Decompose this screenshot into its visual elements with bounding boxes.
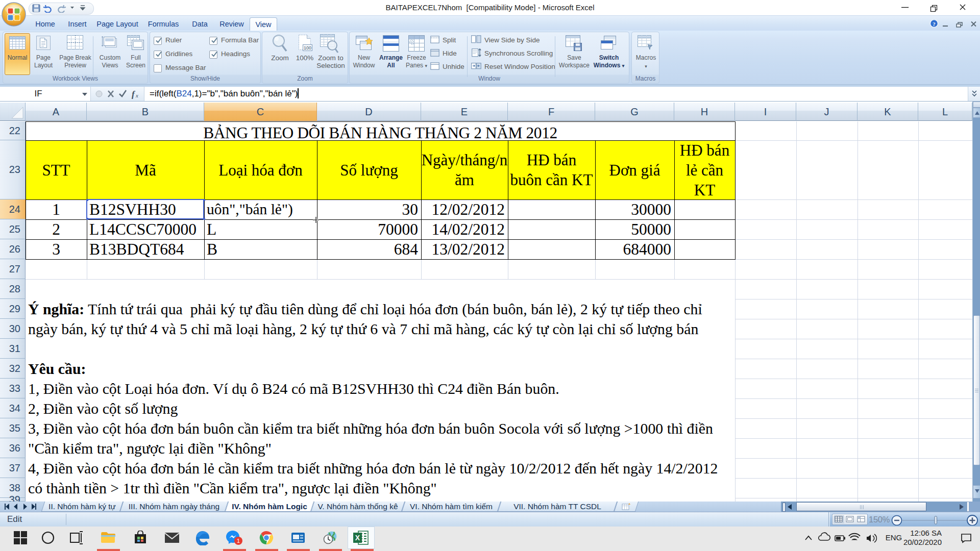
svg-text:?: ?: [933, 21, 936, 27]
svg-text:100: 100: [304, 45, 311, 51]
svg-text:1: 1: [237, 538, 240, 544]
svg-text:f: f: [132, 89, 136, 99]
svg-text:x: x: [135, 92, 138, 98]
svg-text:X: X: [355, 534, 360, 542]
